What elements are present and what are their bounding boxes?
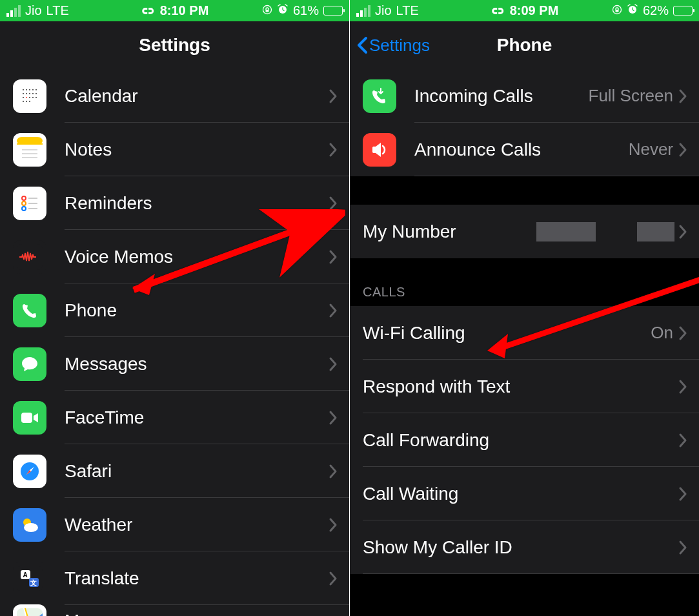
phone-settings-screen: Jio LTE 8:09 PM 62% Settings Phone Incom…: [350, 0, 699, 616]
back-button[interactable]: Settings: [356, 21, 430, 69]
row-translate[interactable]: A文Translate: [0, 551, 349, 605]
translate-icon: A文: [13, 562, 46, 595]
hotspot-icon: [491, 6, 505, 15]
row-show-my-caller-id[interactable]: Show My Caller ID: [350, 520, 699, 574]
weather-icon: [13, 508, 46, 542]
row-label: Show My Caller ID: [363, 537, 678, 558]
row-label: Announce Calls: [414, 139, 629, 160]
chevron-right-icon: [329, 196, 338, 211]
row-label: Phone: [65, 300, 329, 321]
settings-screen: Jio LTE 8:10 PM 61% Settings CalendarNot…: [0, 0, 349, 616]
network-label: LTE: [396, 3, 419, 18]
row-phone[interactable]: Phone: [0, 283, 349, 337]
row-maps[interactable]: Maps: [0, 605, 349, 616]
svg-point-10: [26, 93, 27, 94]
row-label: Safari: [65, 461, 329, 482]
svg-point-44: [24, 523, 38, 532]
chevron-left-icon: [356, 36, 368, 54]
svg-point-17: [32, 97, 34, 98]
svg-point-8: [35, 89, 37, 90]
chevron-right-icon: [678, 540, 687, 555]
svg-rect-50: [17, 608, 43, 616]
page-title: Phone: [497, 35, 552, 56]
chevron-right-icon: [329, 517, 338, 533]
chevron-right-icon: [329, 464, 338, 479]
chevron-right-icon: [329, 356, 338, 372]
orientation-lock-icon: [262, 3, 272, 18]
voice-memos-icon: [13, 240, 46, 274]
svg-point-15: [26, 97, 27, 98]
svg-rect-54: [615, 10, 618, 12]
svg-point-5: [26, 89, 27, 90]
svg-text:文: 文: [30, 579, 37, 586]
clock-time: 8:09 PM: [510, 3, 559, 18]
chevron-right-icon: [678, 325, 687, 341]
battery-icon: [323, 6, 343, 15]
row-label: My Number: [363, 221, 536, 242]
row-label: Call Forwarding: [363, 430, 678, 451]
row-incoming-calls[interactable]: Incoming CallsFull Screen: [350, 69, 699, 123]
chevron-right-icon: [678, 433, 687, 448]
row-reminders[interactable]: Reminders: [0, 176, 349, 230]
chevron-right-icon: [678, 379, 687, 395]
facetime-icon: [13, 401, 46, 435]
svg-point-21: [29, 101, 30, 102]
chevron-right-icon: [329, 303, 338, 318]
reminders-icon: [13, 187, 46, 220]
row-value: On: [651, 323, 673, 343]
svg-point-9: [23, 93, 24, 94]
svg-rect-36: [17, 298, 43, 323]
alarm-icon: [277, 3, 289, 18]
svg-point-7: [32, 89, 34, 90]
row-notes[interactable]: Notes: [0, 123, 349, 176]
chevron-right-icon: [329, 88, 338, 104]
row-wifi-calling[interactable]: Wi-Fi CallingOn: [350, 306, 699, 360]
row-label: Weather: [65, 515, 329, 535]
row-calendar[interactable]: Calendar: [0, 69, 349, 123]
svg-point-11: [29, 93, 30, 94]
svg-point-19: [23, 101, 24, 102]
battery-pct: 61%: [293, 3, 319, 18]
svg-rect-24: [17, 143, 43, 145]
row-facetime[interactable]: FaceTime: [0, 391, 349, 444]
row-messages[interactable]: Messages: [0, 337, 349, 391]
chevron-right-icon: [678, 486, 687, 502]
row-call-waiting[interactable]: Call Waiting: [350, 467, 699, 520]
status-bar: Jio LTE 8:09 PM 62%: [350, 0, 699, 21]
row-call-forwarding[interactable]: Call Forwarding: [350, 413, 699, 467]
page-title: Settings: [139, 35, 210, 56]
nav-bar: Settings Phone: [350, 21, 699, 69]
calendar-icon: [13, 79, 46, 113]
svg-text:A: A: [23, 571, 27, 579]
row-label: Translate: [65, 568, 329, 589]
messages-icon: [13, 347, 46, 381]
svg-rect-1: [265, 10, 268, 12]
status-bar: Jio LTE 8:10 PM 61%: [0, 0, 349, 21]
signal-icon: [356, 5, 370, 17]
svg-point-4: [23, 89, 24, 90]
alarm-icon: [627, 3, 638, 18]
signal-icon: [6, 5, 21, 17]
chevron-right-icon: [678, 224, 687, 240]
svg-rect-3: [17, 83, 43, 109]
chevron-right-icon: [329, 571, 338, 586]
back-label: Settings: [369, 36, 430, 56]
row-label: Respond with Text: [363, 376, 678, 397]
row-my-number[interactable]: My Number: [350, 205, 699, 258]
row-safari[interactable]: Safari: [0, 444, 349, 498]
safari-icon: [13, 455, 46, 488]
row-label: Reminders: [65, 193, 329, 214]
row-label: Voice Memos: [65, 247, 329, 267]
row-respond-with-text[interactable]: Respond with Text: [350, 360, 699, 413]
row-announce-calls[interactable]: Announce CallsNever: [350, 123, 699, 176]
redacted-number: [536, 222, 596, 241]
chevron-right-icon: [678, 88, 687, 104]
announce-calls-icon: [363, 133, 396, 167]
carrier-label: Jio: [375, 3, 392, 18]
section-header-calls: CALLS: [350, 258, 699, 306]
row-weather[interactable]: Weather: [0, 498, 349, 551]
row-voice-memos[interactable]: Voice Memos: [0, 230, 349, 283]
redacted-number: [637, 222, 674, 241]
svg-point-6: [29, 89, 30, 90]
notes-icon: [13, 133, 46, 167]
